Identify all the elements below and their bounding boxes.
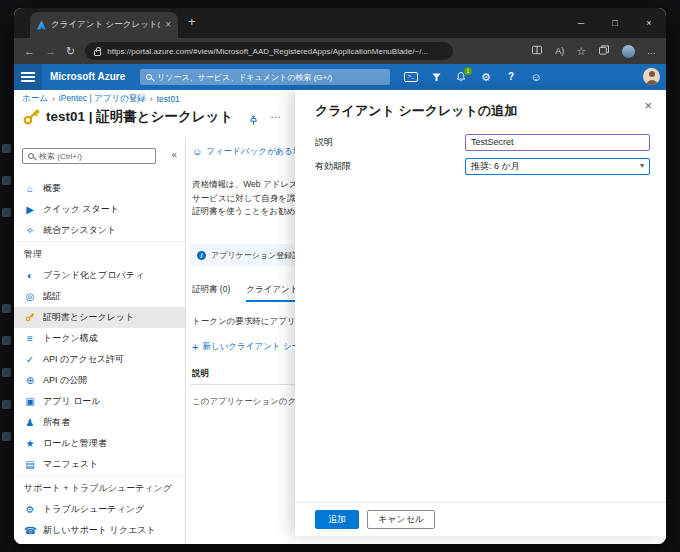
roles-admins-icon: ★: [24, 439, 36, 449]
tab-close-icon[interactable]: ×: [165, 20, 171, 30]
desktop-icon[interactable]: [2, 336, 11, 345]
breadcrumb-item[interactable]: iPentec | アプリの登録: [59, 93, 146, 105]
pin-icon[interactable]: [248, 112, 259, 130]
quickstart-icon: ▶: [24, 205, 36, 215]
browser-tab[interactable]: クライアント シークレットの追加 - Mi ×: [30, 12, 178, 38]
breadcrumb-separator: ›: [52, 94, 55, 104]
toolbar-actions: A) ☆ …: [531, 44, 656, 58]
notification-badge: 1: [464, 67, 472, 75]
token-config-icon: ≡: [24, 334, 36, 344]
portal-menu-button[interactable]: [14, 64, 42, 90]
desktop-icon[interactable]: [2, 368, 11, 377]
sidebar-item-api-permissions[interactable]: ✓API のアクセス許可: [14, 349, 185, 370]
favorites-star-icon[interactable]: ☆: [576, 45, 586, 58]
sidebar-item-quickstart[interactable]: ▶クイック スタート: [14, 199, 185, 220]
search-icon: [146, 74, 152, 80]
forward-button[interactable]: →: [45, 46, 56, 57]
sidebar-search-placeholder: 検索 (Ctrl+/): [39, 151, 82, 162]
browser-window: クライアント シークレットの追加 - Mi × + ─ □ × ← → ↻ ht…: [14, 8, 666, 544]
browser-titlebar: クライアント シークレットの追加 - Mi × + ─ □ ×: [14, 8, 666, 38]
collections-icon[interactable]: [598, 44, 610, 58]
refresh-button[interactable]: ↻: [66, 46, 75, 57]
sidebar-item-roles-administrators[interactable]: ★ロールと管理者: [14, 433, 185, 454]
feedback-smiley-icon: ☺: [192, 147, 202, 157]
close-button[interactable]: ×: [632, 8, 666, 38]
sidebar-item-integration-assistant[interactable]: ✧統合アシスタント: [14, 220, 185, 241]
sidebar-item-app-roles[interactable]: ▣アプリ ロール: [14, 391, 185, 412]
breadcrumb: ホーム›iPentec | アプリの登録›test01: [22, 93, 180, 105]
new-client-secret-label: 新しいクライアント シー: [202, 341, 300, 353]
address-bar[interactable]: https://portal.azure.com/#view/Microsoft…: [85, 42, 453, 60]
sidebar-item-certificates-secrets[interactable]: 証明書とシークレット: [14, 307, 185, 328]
sidebar-item-branding-properties[interactable]: ◐ブランド化とプロパティ: [14, 265, 185, 286]
tab-certificates[interactable]: 証明書 (0): [192, 284, 230, 302]
sidebar-item-overview[interactable]: ⌂概要: [14, 178, 185, 199]
breadcrumb-item[interactable]: ホーム: [22, 93, 48, 105]
sidebar-item-label: 統合アシスタント: [43, 224, 116, 237]
sidebar-item-label: 所有者: [43, 416, 70, 429]
feedback-link[interactable]: ☺ フィードバックがある場合: [192, 146, 310, 158]
notifications-button[interactable]: 1: [454, 70, 468, 84]
global-search-placeholder: リソース、サービス、ドキュメントの検索 (G+/): [157, 72, 332, 83]
key-icon: [24, 312, 36, 324]
portal-page: ホーム›iPentec | アプリの登録›test01 test01 | 証明書…: [14, 90, 666, 544]
toolbar-more-button[interactable]: …: [647, 46, 656, 56]
sidebar-search-input[interactable]: 検索 (Ctrl+/): [22, 148, 156, 164]
browser-profile-icon[interactable]: [622, 45, 635, 58]
authentication-icon: ◎: [24, 292, 36, 302]
directory-filter-button[interactable]: [429, 70, 443, 84]
sidebar-item-expose-api[interactable]: ⊕API の公開: [14, 370, 185, 391]
breadcrumb-item[interactable]: test01: [157, 94, 180, 104]
page-more-button[interactable]: …: [270, 108, 281, 120]
account-avatar[interactable]: [643, 68, 660, 85]
sidebar-item-label: マニフェスト: [43, 458, 98, 471]
back-button[interactable]: ←: [24, 46, 35, 57]
sidebar-item-token-configuration[interactable]: ≡トークン構成: [14, 328, 185, 349]
minimize-button[interactable]: ─: [564, 8, 598, 38]
app-key-icon: [22, 107, 41, 126]
sidebar-item-label: 認証: [43, 290, 61, 303]
sidebar-item-owners[interactable]: ♟所有者: [14, 412, 185, 433]
settings-button[interactable]: ⚙: [479, 70, 493, 84]
description-input[interactable]: [465, 134, 650, 151]
expires-row: 有効期限 推奨: 6 か月 ▾: [315, 157, 650, 175]
azure-brand[interactable]: Microsoft Azure: [50, 71, 125, 82]
sidebar: 検索 (Ctrl+/) « ⌂概要▶クイック スタート✧統合アシスタント管理◐ブ…: [14, 138, 186, 544]
desktop-icon[interactable]: [2, 176, 11, 185]
sidebar-item-troubleshooting[interactable]: ⚙トラブルシューティング: [14, 499, 185, 520]
expires-select[interactable]: 推奨: 6 か月 ▾: [465, 158, 650, 175]
read-aloud-icon[interactable]: A): [555, 46, 564, 56]
desktop-icon[interactable]: [2, 304, 11, 313]
desktop-icon[interactable]: [2, 208, 11, 217]
description-row: 説明: [315, 133, 650, 151]
new-tab-button[interactable]: +: [188, 15, 196, 28]
tab-client-secrets[interactable]: クライアント: [246, 284, 298, 302]
content-tabs: 証明書 (0)クライアント: [192, 284, 298, 302]
panel-close-button[interactable]: ×: [644, 99, 652, 112]
global-search-input[interactable]: リソース、サービス、ドキュメントの検索 (G+/): [140, 69, 390, 85]
sidebar-item-authentication[interactable]: ◎認証: [14, 286, 185, 307]
azure-favicon-icon: [37, 21, 46, 30]
sidebar-item-label: トラブルシューティング: [43, 503, 144, 516]
sidebar-item-label: アプリ ロール: [43, 395, 101, 408]
cloud-shell-icon: >_: [404, 72, 418, 82]
desktop-icon[interactable]: [2, 432, 11, 441]
search-icon: [28, 153, 34, 159]
lock-icon[interactable]: [94, 50, 101, 56]
help-button[interactable]: ?: [504, 70, 518, 84]
add-button[interactable]: 追加: [315, 510, 359, 529]
panel-footer: 追加 キャンセル: [295, 502, 666, 536]
sidebar-item-label: トークン構成: [43, 332, 98, 345]
sidebar-item-new-support-request[interactable]: ☎新しいサポート リクエスト: [14, 520, 185, 541]
desktop-icon[interactable]: [2, 144, 11, 153]
maximize-button[interactable]: □: [598, 8, 632, 38]
new-client-secret-button[interactable]: + 新しいクライアント シー: [192, 341, 300, 353]
desktop-icon[interactable]: [2, 400, 11, 409]
sidebar-collapse-button[interactable]: «: [171, 150, 177, 160]
cancel-button[interactable]: キャンセル: [367, 510, 435, 529]
sidebar-item-manifest[interactable]: ▤マニフェスト: [14, 454, 185, 475]
feedback-button[interactable]: ☺: [529, 70, 543, 84]
chevron-down-icon: ▾: [640, 162, 644, 170]
cloud-shell-button[interactable]: >_: [404, 70, 418, 84]
split-screen-icon[interactable]: [531, 44, 543, 58]
